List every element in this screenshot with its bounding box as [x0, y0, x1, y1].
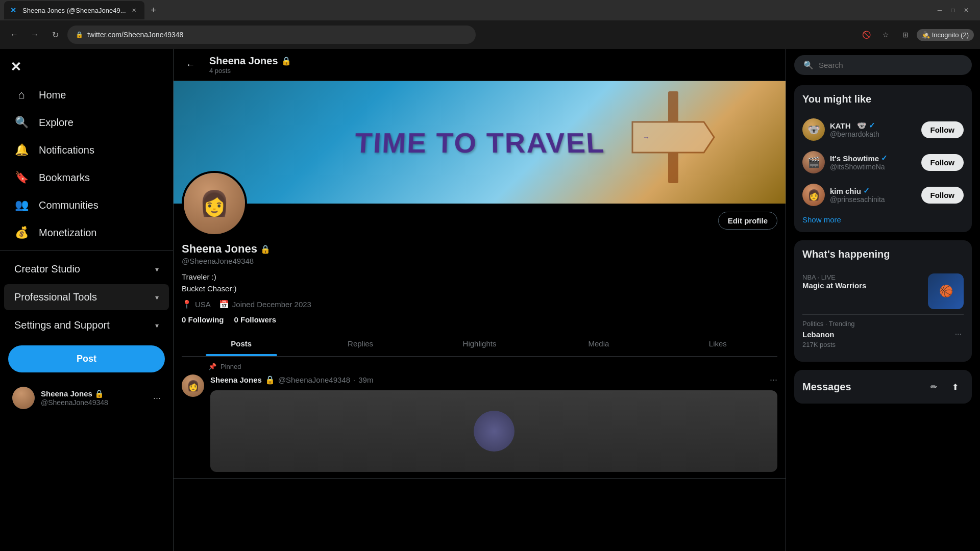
sidebar-user-handle: @SheenaJone49348 [41, 398, 147, 407]
avatar-image: 👩 [184, 173, 245, 234]
following-stat[interactable]: 0 Following [182, 315, 224, 324]
x-logo[interactable]: ✕ [0, 53, 173, 81]
suggestion-info-showtime: It's Showtime ✓ @itsShowtimeNa [830, 154, 916, 171]
suggestion-kimchiu[interactable]: 👩 kim chiu ✓ @prinsesachinita Follow [802, 179, 964, 211]
suggestion-handle-kath: @bernardokath [830, 130, 916, 138]
suggestion-name-kimchiu: kim chiu ✓ [830, 186, 916, 195]
suggestion-kath[interactable]: 🐨 KATH 🐨 ✓ @bernardokath Follow [802, 113, 964, 146]
tweet-name: Sheena Jones [210, 375, 262, 384]
eyeoff-icon: 🚫 [859, 27, 875, 43]
active-tab[interactable]: ✕ Sheena Jones (@SheenaJone49... ✕ [4, 1, 144, 19]
suggestion-avatar-showtime: 🎬 [802, 151, 825, 173]
address-bar[interactable]: 🔒 twitter.com/SheenaJone49348 [67, 26, 476, 44]
new-message-button[interactable]: ✏ [925, 378, 942, 395]
window-controls: ─ □ ✕ [936, 7, 976, 14]
you-might-like-title: You might like [802, 93, 964, 105]
happening-nba-img-placeholder: 🏀 [928, 273, 964, 309]
messages-expand-button[interactable]: ⬆ [946, 378, 964, 395]
tweet-avatar: 👩 [182, 374, 204, 397]
follow-button-kimchiu[interactable]: Follow [921, 187, 964, 204]
profile-lock-badge: 🔒 [281, 56, 291, 66]
profile-tabs: Posts Replies Highlights Media Likes [182, 331, 777, 357]
happening-item-lebanon[interactable]: Politics · Trending Lebanon ··· 217K pos… [802, 315, 964, 354]
sidebar-monetization-label: Monetization [39, 227, 96, 239]
location-icon: 📍 [182, 299, 192, 309]
search-bar[interactable]: 🔍 [794, 55, 972, 75]
sidebar-item-explore[interactable]: 🔍 Explore [4, 110, 169, 135]
tweet-img-content [474, 411, 514, 452]
refresh-button[interactable]: ↻ [47, 27, 63, 43]
ssl-lock-icon: 🔒 [76, 31, 83, 38]
whats-happening-title: What's happening [802, 248, 964, 260]
sidebar-settings-support[interactable]: Settings and Support ▾ [4, 312, 169, 338]
toolbar-actions: 🚫 ☆ ⊞ 🕵 Incognito (2) [859, 27, 974, 43]
tab-grid-icon[interactable]: ⊞ [897, 27, 914, 43]
pinned-label: 📌 Pinned [182, 363, 777, 370]
post-button[interactable]: Post [8, 345, 165, 372]
profile-name-section: Sheena Jones 🔒 @SheenaJone49348 Traveler… [182, 242, 777, 324]
sidebar-item-communities[interactable]: 👥 Communities [4, 192, 169, 218]
bookmark-star-icon[interactable]: ☆ [878, 27, 894, 43]
sidebar-item-monetization[interactable]: 💰 Monetization [4, 220, 169, 245]
tab-media[interactable]: Media [539, 331, 658, 356]
verified-badge-kimchiu: ✓ [863, 186, 870, 195]
follow-button-kath[interactable]: Follow [921, 121, 964, 138]
sidebar-home-label: Home [39, 89, 66, 101]
close-window-button[interactable]: ✕ [963, 7, 970, 14]
suggestion-showtime[interactable]: 🎬 It's Showtime ✓ @itsShowtimeNa Follow [802, 146, 964, 179]
svg-text:→: → [643, 133, 650, 141]
tab-highlights[interactable]: Highlights [420, 331, 539, 356]
back-navigation-button[interactable]: ← [6, 27, 22, 43]
sidebar: ✕ ⌂ Home 🔍 Explore 🔔 Notifications 🔖 Boo… [0, 49, 174, 551]
incognito-icon: 🕵 [922, 31, 930, 39]
forward-navigation-button[interactable]: → [27, 27, 43, 43]
tweet-image [210, 390, 777, 472]
sidebar-item-home[interactable]: ⌂ Home [4, 82, 169, 108]
tweet-user-info: Sheena Jones 🔒 @SheenaJone49348 · 39m [210, 375, 373, 385]
sidebar-user-info: Sheena Jones 🔒 @SheenaJone49348 [41, 389, 147, 407]
tab-posts[interactable]: Posts [182, 331, 301, 356]
sidebar-user-more-dots[interactable]: ··· [153, 393, 161, 404]
sidebar-creator-studio[interactable]: Creator Studio ▾ [4, 256, 169, 282]
messages-actions: ✏ ⬆ [925, 378, 964, 395]
main-content: ← Sheena Jones 🔒 4 posts TIME TO TRAVEL … [174, 49, 786, 551]
url-text: twitter.com/SheenaJone49348 [87, 31, 183, 39]
profile-handle: @SheenaJone49348 [182, 257, 777, 265]
tab-replies[interactable]: Replies [301, 331, 420, 356]
followers-stat[interactable]: 0 Followers [234, 315, 277, 324]
app-container: ✕ ⌂ Home 🔍 Explore 🔔 Notifications 🔖 Boo… [0, 49, 980, 551]
show-more-link[interactable]: Show more [802, 215, 964, 224]
maximize-button[interactable]: □ [949, 7, 957, 14]
calendar-icon: 📅 [219, 299, 229, 309]
profile-meta: 📍 USA 📅 Joined December 2023 [182, 299, 777, 309]
sidebar-user[interactable]: Sheena Jones 🔒 @SheenaJone49348 ··· [4, 381, 169, 415]
communities-icon: 👥 [14, 198, 29, 212]
settings-support-label: Settings and Support [14, 319, 110, 331]
browser-tabs: ✕ Sheena Jones (@SheenaJone49... ✕ + ─ □… [0, 0, 980, 20]
minimize-button[interactable]: ─ [936, 7, 943, 14]
tab-likes[interactable]: Likes [658, 331, 777, 356]
back-button[interactable]: ← [182, 56, 199, 73]
messages-widget: Messages ✏ ⬆ [794, 370, 972, 404]
sidebar-item-notifications[interactable]: 🔔 Notifications [4, 137, 169, 163]
explore-icon: 🔍 [14, 116, 29, 129]
happening-lebanon-meta: 217K posts [802, 341, 964, 348]
tweet-more-button[interactable]: ··· [770, 374, 777, 385]
monetization-icon: 💰 [14, 226, 29, 239]
bookmarks-icon: 🔖 [14, 171, 29, 184]
new-tab-button[interactable]: + [146, 3, 161, 17]
search-input[interactable] [819, 61, 963, 69]
sidebar-notifications-label: Notifications [39, 144, 94, 156]
sidebar-item-bookmarks[interactable]: 🔖 Bookmarks [4, 165, 169, 190]
happening-item-nba[interactable]: NBA · LIVE Magic at Warriors 🏀 [802, 268, 964, 315]
tab-close-button[interactable]: ✕ [130, 6, 138, 14]
sidebar-professional-tools[interactable]: Professional Tools ▾ [4, 284, 169, 310]
suggestion-info-kath: KATH 🐨 ✓ @bernardokath [830, 121, 916, 138]
profile-header-info: Sheena Jones 🔒 4 posts [209, 55, 291, 74]
happening-lebanon-more[interactable]: ··· [953, 328, 964, 341]
follow-button-showtime[interactable]: Follow [921, 154, 964, 171]
edit-profile-button[interactable]: Edit profile [718, 212, 777, 230]
happening-nba-info: NBA · LIVE Magic at Warriors [802, 273, 924, 290]
suggestion-name-kath: KATH 🐨 ✓ [830, 121, 916, 130]
search-icon: 🔍 [803, 60, 814, 70]
